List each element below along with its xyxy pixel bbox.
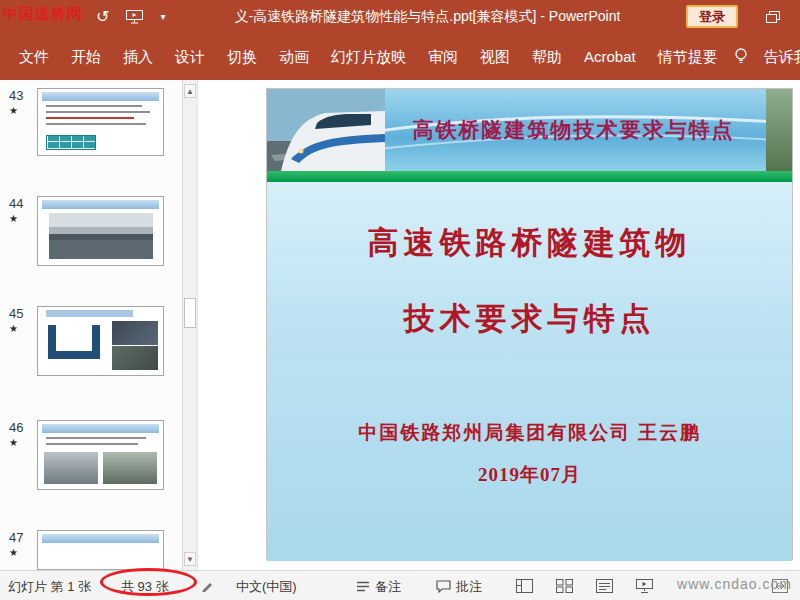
undo-icon[interactable]: ↺ [96, 9, 109, 25]
scrollbar-thumb[interactable] [184, 298, 196, 328]
slide-number: 44 [9, 196, 23, 211]
tab-file[interactable]: 文件 [8, 33, 60, 80]
tab-transitions[interactable]: 切换 [216, 33, 268, 80]
window-title: 义-高速铁路桥隧建筑物性能与特点.ppt[兼容模式] - PowerPoint [205, 0, 650, 33]
slide-position-text: 幻灯片 第 1 张 [8, 578, 91, 596]
slide-author: 中国铁路郑州局集团有限公司 王云鹏 [267, 420, 792, 446]
slide-number: 46 [9, 420, 23, 435]
slideshow-from-start-icon[interactable] [126, 10, 143, 24]
customize-qat-icon[interactable]: ▾ [160, 12, 165, 22]
thumb-text-decor [46, 443, 138, 445]
quick-access-toolbar: ↺ ▾ [96, 0, 165, 33]
slide-title-line1: 高速铁路桥隧建筑物 [267, 222, 792, 264]
thumb-text-decor [46, 123, 146, 125]
thumb-bridge-decor [49, 234, 153, 240]
thumb-diagram-decor [48, 325, 100, 359]
tab-acrobat[interactable]: Acrobat [573, 33, 647, 80]
current-slide[interactable]: 高铁桥隧建筑物技术要求与特点 高速铁路桥隧建筑物 技术要求与特点 中国铁路郑州局… [266, 88, 793, 560]
comments-button[interactable]: 批注 [456, 578, 482, 596]
tab-review[interactable]: 审阅 [417, 33, 469, 80]
thumb-table-decor [46, 135, 96, 150]
ribbon-tab-bar: 文件 开始 插入 设计 切换 动画 幻灯片放映 审阅 视图 帮助 Acrobat… [0, 33, 800, 80]
comments-icon [436, 580, 451, 596]
animation-star-icon: ★ [9, 437, 18, 448]
thumb-title-decor [42, 424, 159, 433]
powerpoint-window: ↺ ▾ 义-高速铁路桥隧建筑物性能与特点.ppt[兼容模式] - PowerPo… [0, 0, 800, 600]
slide-sorter-view-button[interactable] [556, 579, 573, 596]
watermark-bottom-right: www.cndao.com [677, 576, 792, 592]
thumbnails-scrollbar[interactable]: ▲ ▼ [182, 80, 197, 570]
notes-icon [356, 580, 370, 595]
tab-view[interactable]: 视图 [469, 33, 521, 80]
thumb-title-decor [46, 310, 133, 317]
tab-design[interactable]: 设计 [164, 33, 216, 80]
thumb-photo-decor [44, 452, 98, 484]
thumb-text-decor [46, 105, 142, 107]
slide-number: 43 [9, 88, 23, 103]
slide-thumbnail-panel: 43 ★ 44 ★ [0, 80, 198, 570]
tab-help[interactable]: 帮助 [521, 33, 573, 80]
slide-canvas: 高铁桥隧建筑物技术要求与特点 高速铁路桥隧建筑物 技术要求与特点 中国铁路郑州局… [198, 80, 800, 570]
scroll-down-button[interactable]: ▼ [184, 552, 196, 566]
animation-star-icon: ★ [9, 105, 18, 116]
green-divider-bar [267, 171, 792, 182]
tab-insert[interactable]: 插入 [112, 33, 164, 80]
tab-storyboarding[interactable]: 情节提要 [647, 33, 729, 80]
thumb-photo-decor [49, 213, 153, 259]
slide-43-thumbnail[interactable] [37, 88, 164, 156]
slide-47-thumbnail[interactable] [37, 530, 164, 570]
slide-banner: 高铁桥隧建筑物技术要求与特点 [267, 89, 792, 171]
thumb-photo-decor [103, 452, 157, 484]
sign-in-button[interactable]: 登录 [686, 5, 738, 28]
slide-44-thumbnail[interactable] [37, 196, 164, 266]
thumb-title-decor [42, 92, 159, 101]
tell-me-box[interactable]: 告诉我 [753, 33, 800, 80]
scroll-up-button[interactable]: ▲ [184, 84, 196, 98]
slideshow-view-button[interactable] [636, 579, 653, 596]
thumb-photo-decor [112, 346, 158, 370]
thumb-title-decor [42, 200, 159, 209]
slide-number: 47 [9, 530, 23, 545]
banner-title-text: 高铁桥隧建筑物技术要求与特点 [389, 116, 758, 144]
slide-46-thumbnail[interactable] [37, 420, 164, 490]
pen-icon[interactable] [201, 579, 214, 595]
window-restore-icon[interactable] [766, 10, 780, 28]
normal-view-button[interactable] [516, 579, 533, 596]
slide-title-line2: 技术要求与特点 [267, 298, 792, 340]
slide-date: 2019年07月 [267, 462, 792, 488]
tab-animations[interactable]: 动画 [268, 33, 320, 80]
slide-body: 高速铁路桥隧建筑物 技术要求与特点 中国铁路郑州局集团有限公司 王云鹏 2019… [267, 182, 792, 561]
reading-view-button[interactable] [596, 579, 613, 596]
animation-star-icon: ★ [9, 323, 18, 334]
thumb-title-decor [42, 534, 159, 543]
language-indicator[interactable]: 中文(中国) [236, 578, 297, 596]
notes-button[interactable]: 备注 [375, 578, 401, 596]
slide-45-thumbnail[interactable] [37, 306, 164, 376]
banner-right-photo [766, 89, 792, 171]
thumb-text-decor [46, 117, 134, 119]
title-bar: ↺ ▾ 义-高速铁路桥隧建筑物性能与特点.ppt[兼容模式] - PowerPo… [0, 0, 800, 33]
train-photo [267, 89, 385, 171]
tab-slideshow[interactable]: 幻灯片放映 [320, 33, 417, 80]
thumb-text-decor [46, 111, 150, 113]
animation-star-icon: ★ [9, 547, 18, 558]
lightbulb-icon [729, 48, 753, 65]
thumb-text-decor [46, 437, 146, 439]
thumb-photo-decor [112, 321, 158, 345]
tab-home[interactable]: 开始 [60, 33, 112, 80]
animation-star-icon: ★ [9, 213, 18, 224]
slide-number: 45 [9, 306, 23, 321]
slide-count-text: 共 93 张 [121, 578, 169, 596]
workspace: 43 ★ 44 ★ [0, 80, 800, 570]
watermark-top-left: 中国道桥网 [3, 5, 83, 24]
